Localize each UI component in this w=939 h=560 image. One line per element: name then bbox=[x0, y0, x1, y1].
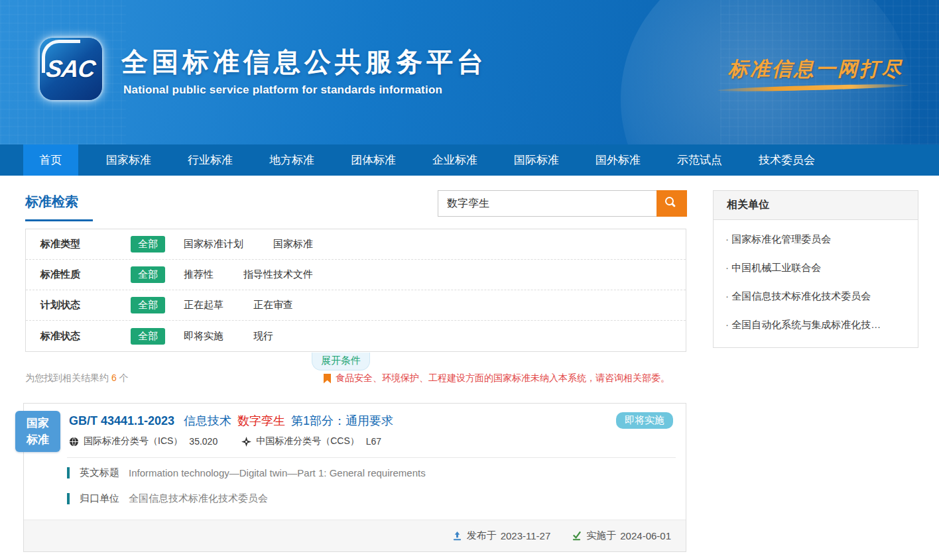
filter-option[interactable]: 指导性技术文件 bbox=[243, 268, 313, 281]
logo-text: SAC bbox=[45, 55, 97, 83]
site-subtitle: National public service platform for sta… bbox=[123, 84, 442, 97]
main-content: 标准检索 标准类型 全部 国家标准计划 国家标准 标准性质 全部 推荐性 指导性… bbox=[0, 176, 939, 560]
search-box bbox=[438, 190, 687, 217]
title-suffix: 第1部分：通用要求 bbox=[291, 414, 393, 427]
expand-conditions-button[interactable]: 展开条件 bbox=[312, 353, 370, 370]
standard-code: GB/T 43441.1-2023 bbox=[69, 414, 174, 427]
classification-row: 国际标准分类号（ICS） 35.020 中国标准分类号（CCS） L67 bbox=[69, 435, 405, 447]
search-button[interactable] bbox=[657, 190, 687, 217]
filter-all-button[interactable]: 全部 bbox=[131, 328, 165, 345]
filter-label: 标准类型 bbox=[40, 238, 87, 251]
system-notice: 食品安全、环境保护、工程建设方面的国家标准未纳入本系统，请咨询相关部委。 bbox=[324, 372, 686, 384]
teal-bar-icon bbox=[67, 493, 70, 504]
filter-option[interactable]: 推荐性 bbox=[184, 268, 214, 281]
implement-label: 实施于 bbox=[586, 530, 616, 542]
filter-row-standard-status: 标准状态 全部 即将实施 现行 bbox=[26, 321, 686, 351]
filter-label: 标准状态 bbox=[40, 330, 87, 343]
search-input[interactable] bbox=[438, 190, 657, 217]
globe-icon bbox=[69, 437, 79, 447]
nav-item-pilot[interactable]: 示范试点 bbox=[677, 144, 722, 176]
publish-label: 发布于 bbox=[467, 530, 497, 542]
ics-value: 35.020 bbox=[189, 436, 218, 447]
filter-panel: 标准类型 全部 国家标准计划 国家标准 标准性质 全部 推荐性 指导性技术文件 … bbox=[25, 229, 686, 352]
filter-row-plan-status: 计划状态 全部 正在起草 正在审查 bbox=[26, 290, 686, 321]
result-card: 国家 标准 GB/T 43441.1-2023信息技术数字孪生第1部分：通用要求… bbox=[23, 403, 686, 552]
filter-all-button[interactable]: 全部 bbox=[131, 236, 165, 252]
nav-item-technical-committee[interactable]: 技术委员会 bbox=[759, 144, 815, 176]
badge-line1: 国家 bbox=[15, 416, 60, 432]
english-title-value: Information technology—Digital twin—Part… bbox=[129, 467, 426, 478]
department-label: 归口单位 bbox=[80, 492, 119, 505]
filter-row-standard-nature: 标准性质 全部 推荐性 指导性技术文件 bbox=[26, 260, 686, 290]
filter-all-button[interactable]: 全部 bbox=[131, 297, 165, 313]
standard-title-link[interactable]: GB/T 43441.1-2023信息技术数字孪生第1部分：通用要求 bbox=[69, 413, 393, 429]
filter-option[interactable]: 国家标准计划 bbox=[184, 238, 243, 251]
notice-text: 食品安全、环境保护、工程建设方面的国家标准未纳入本系统，请咨询相关部委。 bbox=[336, 372, 670, 384]
sidebar-title: 相关单位 bbox=[714, 191, 918, 220]
nav-item-group-standards[interactable]: 团体标准 bbox=[351, 144, 396, 176]
site-header: SAC 全国标准信息公共服务平台 National public service… bbox=[0, 0, 939, 144]
ccs-value: L67 bbox=[366, 436, 381, 447]
publish-upload-icon bbox=[452, 531, 462, 541]
english-title-row: 英文标题 Information technology—Digital twin… bbox=[67, 467, 426, 479]
sidebar-item-automation-committee[interactable]: 全国自动化系统与集成标准化技… bbox=[714, 311, 918, 339]
sidebar-item-machinery-federation[interactable]: 中国机械工业联合会 bbox=[714, 254, 918, 282]
nav-item-home[interactable]: 首页 bbox=[23, 144, 78, 176]
ics-label: 国际标准分类号（ICS） bbox=[84, 435, 182, 447]
main-nav: 首页 国家标准 行业标准 地方标准 团体标准 企业标准 国际标准 国外标准 示范… bbox=[0, 144, 939, 176]
header-slogan: 标准信息一网打尽 bbox=[716, 56, 915, 83]
nav-item-national-standards[interactable]: 国家标准 bbox=[106, 144, 151, 176]
department-value: 全国信息技术标准化技术委员会 bbox=[129, 492, 268, 505]
filter-label: 标准性质 bbox=[40, 268, 87, 281]
publish-date-item: 发布于 2023-11-27 bbox=[452, 530, 551, 542]
filter-all-button[interactable]: 全部 bbox=[131, 266, 165, 283]
compass-icon bbox=[241, 437, 251, 447]
standard-type-badge: 国家 标准 bbox=[15, 411, 60, 452]
filter-option[interactable]: 即将实施 bbox=[184, 330, 223, 343]
results-row: 为您找到相关结果约6个 食品安全、环境保护、工程建设方面的国家标准未纳入本系统，… bbox=[25, 372, 686, 384]
english-title-label: 英文标题 bbox=[80, 467, 119, 479]
filter-row-standard-type: 标准类型 全部 国家标准计划 国家标准 bbox=[26, 229, 686, 260]
filter-label: 计划状态 bbox=[40, 299, 87, 311]
implement-check-icon bbox=[572, 531, 582, 541]
sidebar-related-units: 相关单位 国家标准化管理委员会 中国机械工业联合会 全国信息技术标准化技术委员会… bbox=[713, 190, 918, 348]
card-divider bbox=[67, 457, 676, 458]
nav-item-industry-standards[interactable]: 行业标准 bbox=[188, 144, 233, 176]
status-badge: 即将实施 bbox=[616, 412, 673, 429]
results-count: 6 bbox=[111, 372, 117, 383]
filter-option[interactable]: 正在审查 bbox=[253, 299, 293, 311]
page-title: 标准检索 bbox=[25, 193, 93, 221]
sidebar-item-it-standardization-committee[interactable]: 全国信息技术标准化技术委员会 bbox=[714, 282, 918, 311]
publish-date: 2023-11-27 bbox=[501, 530, 551, 541]
teal-bar-icon bbox=[67, 467, 70, 478]
sidebar-list: 国家标准化管理委员会 中国机械工业联合会 全国信息技术标准化技术委员会 全国自动… bbox=[714, 220, 918, 347]
nav-item-enterprise-standards[interactable]: 企业标准 bbox=[432, 144, 477, 176]
filter-option[interactable]: 国家标准 bbox=[273, 238, 313, 251]
summary-suffix: 个 bbox=[119, 372, 129, 383]
bookmark-icon bbox=[324, 374, 331, 384]
summary-prefix: 为您找到相关结果约 bbox=[25, 372, 109, 383]
sidebar-item-sac[interactable]: 国家标准化管理委员会 bbox=[714, 225, 918, 254]
department-row: 归口单位 全国信息技术标准化技术委员会 bbox=[67, 492, 268, 505]
title-highlight: 数字孪生 bbox=[237, 414, 285, 427]
nav-item-local-standards[interactable]: 地方标准 bbox=[269, 144, 314, 176]
site-title: 全国标准信息公共服务平台 bbox=[121, 44, 487, 80]
implement-date-item: 实施于 2024-06-01 bbox=[572, 530, 671, 542]
sac-logo[interactable]: SAC bbox=[40, 38, 102, 100]
nav-item-foreign-standards[interactable]: 国外标准 bbox=[595, 144, 641, 176]
filter-option[interactable]: 现行 bbox=[253, 330, 273, 343]
nav-item-international-standards[interactable]: 国际标准 bbox=[514, 144, 559, 176]
implement-date: 2024-06-01 bbox=[620, 530, 671, 541]
ccs-label: 中国标准分类号（CCS） bbox=[256, 435, 359, 447]
card-footer: 发布于 2023-11-27 实施于 2024-06-01 bbox=[24, 520, 686, 551]
title-prefix: 信息技术 bbox=[184, 414, 231, 427]
filter-option[interactable]: 正在起草 bbox=[184, 299, 223, 311]
results-summary: 为您找到相关结果约6个 bbox=[25, 372, 129, 384]
badge-line2: 标准 bbox=[15, 432, 60, 449]
search-icon bbox=[665, 197, 674, 205]
